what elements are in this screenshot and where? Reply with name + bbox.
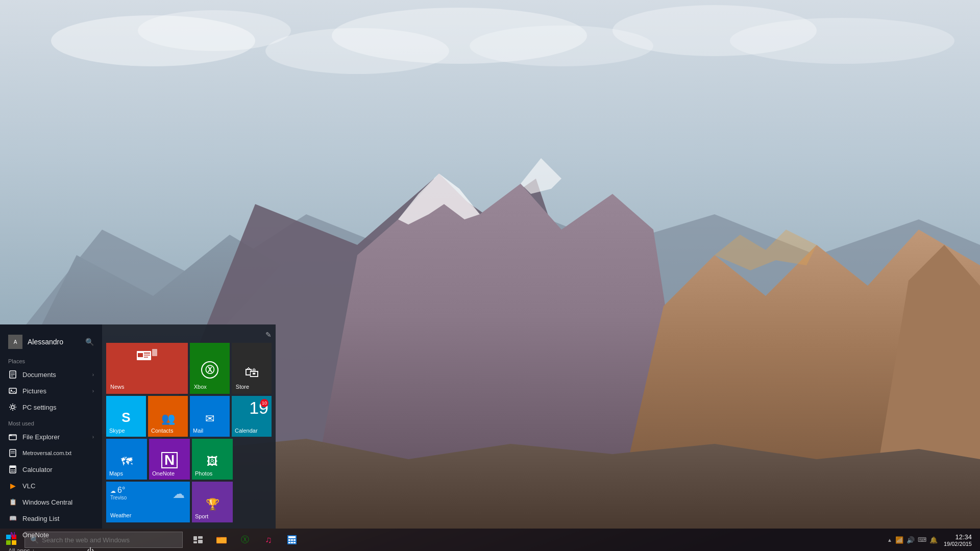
tile-news-label: News bbox=[110, 384, 125, 390]
tile-contacts[interactable]: 👥 Contacts bbox=[148, 396, 188, 437]
tile-weather[interactable]: ☁ 6° Treviso ☁ Weather bbox=[106, 482, 190, 522]
vlc-icon: ▶ bbox=[8, 481, 17, 490]
windows-central-icon: 📋 bbox=[8, 497, 17, 507]
svg-rect-60 bbox=[288, 539, 290, 541]
sidebar-item-documents[interactable]: Documents › bbox=[0, 366, 102, 383]
documents-chevron: › bbox=[92, 372, 94, 378]
tile-xbox-label: Xbox bbox=[194, 384, 207, 390]
music-taskbar-button[interactable]: ♫ bbox=[257, 529, 280, 551]
keyboard-icon: ⌨ bbox=[918, 536, 926, 543]
user-name: Alessandro bbox=[28, 338, 63, 346]
user-avatar: A bbox=[8, 335, 22, 349]
power-button[interactable]: ⏻ bbox=[87, 547, 94, 551]
svg-point-39 bbox=[14, 471, 15, 472]
onenote-left-label: OneNote bbox=[22, 531, 49, 539]
tile-onenote-label: OneNote bbox=[152, 470, 175, 477]
tile-skype[interactable]: S Skype bbox=[106, 396, 146, 437]
onenote-left-icon: N bbox=[8, 530, 17, 539]
document-icon bbox=[8, 370, 17, 379]
svg-rect-41 bbox=[138, 353, 143, 357]
power-icon: ⏻ bbox=[87, 547, 94, 551]
svg-rect-62 bbox=[293, 539, 296, 541]
network-icon: 📶 bbox=[895, 536, 903, 544]
windows-central-label: Windows Central bbox=[22, 498, 72, 506]
sidebar-item-metroversal[interactable]: Metroversal.com.txt bbox=[0, 445, 102, 461]
tile-mail[interactable]: ✉ Mail bbox=[190, 396, 230, 437]
task-view-button[interactable] bbox=[187, 529, 209, 551]
tile-weather-label: Weather bbox=[110, 512, 131, 518]
tile-news[interactable]: News bbox=[106, 343, 188, 394]
pictures-icon bbox=[8, 386, 17, 395]
sidebar-item-pc-settings[interactable]: PC settings bbox=[0, 399, 102, 415]
file-explorer-label: File Explorer bbox=[22, 433, 60, 441]
svg-point-35 bbox=[12, 469, 13, 470]
pc-settings-label: PC settings bbox=[22, 404, 56, 411]
svg-rect-64 bbox=[291, 542, 293, 543]
taskbar-app-icons: Ⓧ ♫ bbox=[187, 529, 303, 551]
text-file-icon bbox=[8, 448, 17, 458]
start-menu-user-row[interactable]: A Alessandro 🔍 bbox=[0, 331, 102, 353]
taskbar-clock[interactable]: 12:34 19/02/2015 bbox=[940, 533, 976, 547]
sidebar-item-calculator[interactable]: Calculator bbox=[0, 461, 102, 478]
tray-arrow[interactable]: ▲ bbox=[887, 537, 892, 543]
sidebar-item-pictures[interactable]: Pictures › bbox=[0, 383, 102, 399]
tile-calendar[interactable]: 19 10 Calendar bbox=[232, 396, 272, 437]
tile-maps[interactable]: 🗺 Maps bbox=[106, 439, 147, 480]
svg-rect-33 bbox=[10, 466, 15, 468]
pictures-chevron: › bbox=[92, 388, 94, 394]
tile-store[interactable]: 🛍 Store bbox=[232, 343, 272, 394]
sidebar-item-vlc[interactable]: ▶ VLC bbox=[0, 478, 102, 494]
svg-rect-59 bbox=[288, 536, 296, 538]
tile-xbox[interactable]: Ⓧ Xbox bbox=[190, 343, 230, 394]
tiles-edit-icon[interactable]: ✎ bbox=[265, 331, 272, 339]
most-used-section-label: Most used bbox=[0, 415, 102, 429]
svg-point-7 bbox=[730, 18, 954, 64]
sidebar-item-reading-list[interactable]: 📖 Reading List bbox=[0, 510, 102, 527]
file-explorer-taskbar-button[interactable] bbox=[210, 529, 233, 551]
tile-sport-label: Sport bbox=[195, 513, 208, 519]
svg-rect-65 bbox=[293, 542, 296, 543]
volume-icon[interactable]: 🔊 bbox=[906, 536, 915, 544]
svg-point-36 bbox=[14, 469, 15, 470]
tile-photos[interactable]: 🖼 Photos bbox=[192, 439, 233, 480]
taskbar: 🔍 Ⓧ ♫ bbox=[0, 529, 980, 551]
sidebar-item-onenote[interactable]: N OneNote bbox=[0, 527, 102, 543]
places-section-label: Places bbox=[0, 353, 102, 366]
svg-rect-45 bbox=[152, 349, 157, 356]
svg-text:Ⓧ: Ⓧ bbox=[205, 365, 215, 375]
tiles-header: ✎ bbox=[106, 329, 272, 343]
tile-onenote[interactable]: N OneNote bbox=[149, 439, 190, 480]
clock-time: 12:34 bbox=[955, 533, 972, 541]
notification-icon[interactable]: 🔔 bbox=[929, 536, 938, 544]
svg-rect-53 bbox=[198, 536, 203, 539]
tile-calendar-label: Calendar bbox=[235, 428, 258, 434]
vlc-label: VLC bbox=[22, 482, 35, 490]
tile-skype-label: Skype bbox=[109, 428, 125, 434]
tile-maps-label: Maps bbox=[109, 470, 123, 477]
system-tray: ▲ 📶 🔊 ⌨ 🔔 bbox=[887, 536, 938, 544]
sidebar-item-file-explorer[interactable]: File Explorer › bbox=[0, 429, 102, 445]
svg-point-2 bbox=[138, 10, 291, 51]
start-menu: A Alessandro 🔍 Places Documents › Pictur… bbox=[0, 324, 276, 529]
apps-taskbar-button[interactable] bbox=[281, 529, 303, 551]
sidebar-item-windows-central[interactable]: 📋 Windows Central bbox=[0, 494, 102, 510]
file-explorer-chevron: › bbox=[92, 434, 94, 440]
tiles-panel: ✎ News bbox=[102, 324, 276, 529]
start-search-icon[interactable]: 🔍 bbox=[85, 338, 94, 346]
all-apps-button[interactable]: All apps ↓ bbox=[8, 547, 35, 551]
svg-point-37 bbox=[11, 471, 12, 472]
svg-point-26 bbox=[11, 406, 14, 409]
pictures-label: Pictures bbox=[22, 387, 46, 395]
reading-list-icon: 📖 bbox=[8, 514, 17, 523]
clock-date: 19/02/2015 bbox=[944, 541, 972, 547]
start-menu-left-panel: A Alessandro 🔍 Places Documents › Pictur… bbox=[0, 324, 102, 529]
xbox-taskbar-button[interactable]: Ⓧ bbox=[234, 529, 256, 551]
svg-rect-61 bbox=[291, 539, 293, 541]
tile-contacts-label: Contacts bbox=[151, 428, 173, 434]
taskbar-right: ▲ 📶 🔊 ⌨ 🔔 12:34 19/02/2015 bbox=[887, 533, 980, 547]
explore-section-label: Explore Windows bbox=[106, 524, 272, 529]
calculator-icon bbox=[8, 465, 17, 474]
tile-sport[interactable]: 🏆 Sport bbox=[192, 482, 233, 522]
mail-badge: 10 bbox=[260, 399, 268, 407]
svg-point-38 bbox=[12, 471, 13, 472]
